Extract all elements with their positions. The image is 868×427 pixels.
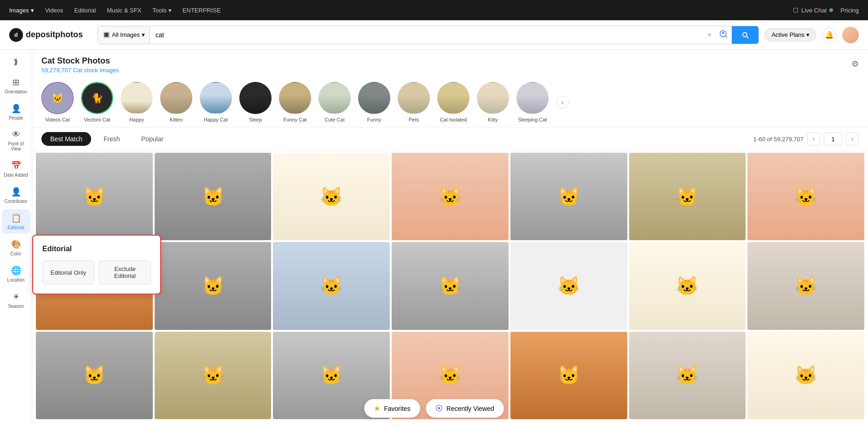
pricing-link[interactable]: Pricing [840, 7, 859, 14]
pagination-prev-button[interactable]: ‹ [807, 133, 820, 145]
image-card[interactable]: 🐱 [392, 153, 509, 240]
nav-music[interactable]: Music & SFX [107, 7, 141, 14]
image-card[interactable]: 🐱 [629, 242, 746, 329]
category-kitty[interactable]: Kitty [477, 82, 509, 122]
pagination-next-button[interactable]: › [846, 133, 859, 145]
nav-tools[interactable]: Tools ▾ [152, 7, 171, 14]
sort-tab-popular[interactable]: Popular [133, 132, 172, 146]
category-sleeping-cat[interactable]: Sleeping Cat [516, 82, 549, 122]
editorial-icon: 📋 [11, 213, 21, 223]
editorial-options: Editorial Only Exclude Editorial [42, 260, 151, 284]
category-happy-cat[interactable]: Happy Cat [200, 82, 232, 122]
category-circle-cute-cat [318, 82, 351, 114]
favorites-button[interactable]: ★ Favorites [364, 399, 420, 418]
live-indicator [829, 8, 833, 12]
search-type-select[interactable]: 🔳 All Images ▾ [98, 26, 150, 44]
image-card[interactable]: 🐱 [273, 242, 390, 329]
image-card[interactable]: 🐱 [155, 153, 272, 240]
image-card[interactable]: 🐱 [155, 332, 272, 419]
image-card[interactable]: 🐱 [273, 153, 390, 240]
active-plans-button[interactable]: Active Plans ▾ [764, 28, 816, 41]
image-card[interactable]: 🐱 [510, 332, 627, 419]
image-card[interactable]: 🐱 [747, 153, 864, 240]
top-nav: Images ▾ Videos Editorial Music & SFX To… [0, 0, 868, 20]
svg-line-1 [725, 35, 727, 37]
notification-button[interactable]: 🔔 [822, 28, 837, 42]
clock-icon: ⦿ [435, 404, 443, 413]
editorial-only-button[interactable]: Editorial Only [42, 260, 94, 284]
nav-images[interactable]: Images ▾ [9, 7, 34, 14]
category-sleep[interactable]: Sleep [239, 82, 272, 122]
pagination-page-input[interactable] [824, 133, 842, 145]
sort-tab-bestmatch[interactable]: Best Match [41, 132, 91, 146]
live-chat-button[interactable]: ☐ Live Chat [793, 7, 833, 14]
nav-videos[interactable]: Videos [45, 7, 64, 14]
clear-search-button[interactable]: × [704, 31, 715, 39]
results-header: Cat Stock Photos 59,279,707 Cat stock im… [32, 50, 868, 77]
category-vectors-cat[interactable]: 🐈 Vectors Cat [81, 82, 113, 122]
image-card[interactable]: 🐱 [747, 242, 864, 329]
visual-search-icon[interactable] [715, 29, 732, 40]
color-icon: 🎨 [11, 239, 21, 249]
pagination-info: 1-60 of 59,279,707 ‹ › [753, 133, 859, 145]
tools-arrow-icon: ▾ [168, 7, 172, 14]
search-input[interactable] [150, 26, 704, 44]
image-card[interactable]: 🐱 [510, 242, 627, 329]
sidebar-item-color[interactable]: 🎨 Color [2, 236, 30, 260]
category-kitten[interactable]: Kitten [160, 82, 192, 122]
category-circle-kitty [477, 82, 509, 114]
sort-tab-fresh[interactable]: Fresh [95, 132, 129, 146]
user-avatar[interactable] [842, 27, 859, 43]
image-card[interactable]: 🐱 [629, 332, 746, 419]
logo[interactable]: d depositphotos [9, 28, 92, 42]
category-circle-vectors: 🐈 [81, 82, 113, 114]
image-card[interactable]: 🐱 [629, 153, 746, 240]
nav-enterprise[interactable]: ENTERPRISE [183, 7, 221, 14]
bell-icon: 🔔 [825, 30, 834, 39]
sidebar-item-orientation[interactable]: ⊞ Orientation [2, 74, 30, 98]
category-pets[interactable]: Pets [398, 82, 430, 122]
sidebar-item-pointofview[interactable]: 👁 Point of View [2, 126, 30, 155]
search-button[interactable] [732, 26, 758, 44]
top-nav-right: ☐ Live Chat Pricing [793, 7, 859, 14]
sidebar-item-dateadded[interactable]: 📅 Date Added [2, 157, 30, 181]
image-card[interactable]: 🐱 [510, 153, 627, 240]
sidebar-item-editorial[interactable]: 📋 Editorial [2, 209, 30, 234]
contributor-icon: 👤 [11, 187, 21, 197]
plans-arrow-icon: ▾ [806, 31, 810, 38]
categories-row: 🐱 Videos Cat 🐈 Vectors Cat Happy Kitten [32, 77, 868, 127]
search-bar-right: Active Plans ▾ 🔔 [764, 27, 859, 43]
category-circle-happy-cat [200, 82, 232, 114]
sidebar-item-contributor[interactable]: 👤 Contributor [2, 183, 30, 208]
nav-editorial[interactable]: Editorial [74, 7, 96, 14]
category-cat-isolated[interactable]: Cat Isolated [437, 82, 469, 122]
season-icon: ☀ [12, 292, 20, 302]
search-bar: d depositphotos 🔳 All Images ▾ × Active … [0, 20, 868, 50]
category-videos-cat[interactable]: 🐱 Videos Cat [41, 82, 74, 122]
category-circle-kitten [160, 82, 192, 114]
category-cute-cat[interactable]: Cute Cat [318, 82, 351, 122]
recently-viewed-button[interactable]: ⦿ Recently Viewed [426, 399, 504, 418]
category-funny[interactable]: Funny [358, 82, 390, 122]
logo-icon: d [9, 28, 23, 42]
sidebar-toggle-button[interactable]: ⟫ [8, 55, 24, 68]
categories-next-button[interactable]: › [556, 96, 569, 109]
category-circle-funny [358, 82, 390, 114]
sidebar-item-location[interactable]: 🌐 Location [2, 262, 30, 286]
grid-settings-button[interactable]: ⚙ [851, 59, 859, 69]
image-card[interactable]: 🐱 [392, 242, 509, 329]
image-card[interactable]: 🐱 [747, 332, 864, 419]
category-circle-funny-cat [279, 82, 311, 114]
image-card[interactable]: 🐱 [36, 332, 153, 419]
category-funny-cat[interactable]: Funny Cat [279, 82, 311, 122]
category-circle-cat-isolated [437, 82, 469, 114]
category-circle-sleeping-cat [516, 82, 549, 114]
sort-tabs: Best Match Fresh Popular [41, 132, 172, 146]
expand-icon: ⟫ [14, 58, 18, 66]
image-card[interactable]: 🐱 [155, 242, 272, 329]
category-happy[interactable]: Happy [121, 82, 153, 122]
sidebar-item-season[interactable]: ☀ Season [2, 288, 30, 312]
exclude-editorial-button[interactable]: Exclude Editorial [99, 260, 151, 284]
image-card[interactable]: 🐱 [36, 153, 153, 240]
sidebar-item-people[interactable]: 👤 People [2, 100, 30, 124]
